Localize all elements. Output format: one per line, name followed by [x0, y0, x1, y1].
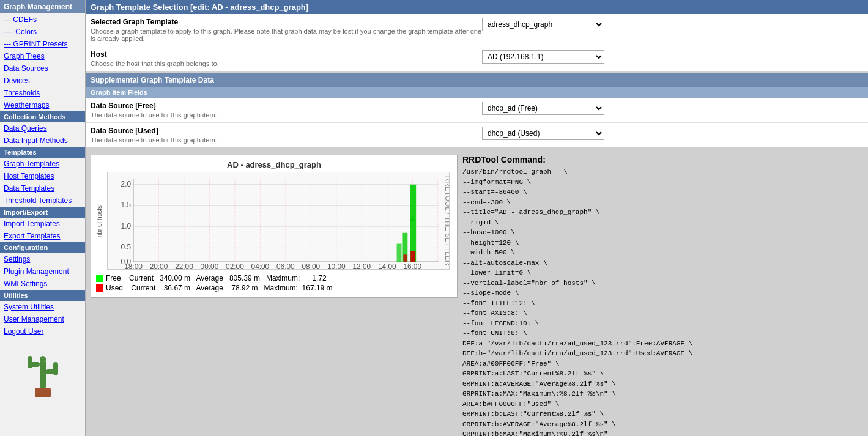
- datasource-free-control: dhcp_ad (Free): [482, 102, 863, 115]
- datasource-used-label: Data Source [Used]: [91, 127, 482, 135]
- svg-text:1.5: 1.5: [121, 201, 132, 209]
- sidebar-item-colors[interactable]: ---- Colors: [0, 26, 85, 38]
- graph-box: AD - adress_dhcp_graph nbr of hosts: [91, 155, 458, 298]
- svg-rect-5: [35, 388, 51, 397]
- legend-color-used: [96, 284, 103, 292]
- y-axis-label: nbr of hosts: [96, 205, 103, 237]
- rrdtool-command-title: RRDTool Command:: [462, 155, 863, 164]
- sidebar-item-graph-templates[interactable]: Graph Templates: [0, 158, 85, 170]
- sidebar-item-gprint-presets[interactable]: --- GPRINT Presets: [0, 38, 85, 50]
- svg-text:02:00: 02:00: [226, 262, 244, 270]
- sidebar-item-plugin-management[interactable]: Plugin Management: [0, 265, 85, 278]
- legend-row-free: Free Current 340.00 m Average 805.39 m M…: [96, 274, 452, 283]
- supplemental-title: Supplemental Graph Template Data: [86, 73, 868, 87]
- sidebar: Graph Management --- CDEFs ---- Colors -…: [0, 0, 86, 436]
- datasource-free-label-col: Data Source [Free] The data source to us…: [91, 102, 482, 119]
- host-desc: Choose the host that this graph belongs …: [91, 60, 482, 67]
- datasource-free-label: Data Source [Free]: [91, 102, 482, 110]
- host-row: Host Choose the host that this graph bel…: [86, 46, 868, 71]
- rrdtool-area: RRDTool Command: /usr/bin/rrdtool graph …: [462, 150, 868, 436]
- sidebar-item-weathermaps[interactable]: Weathermaps: [0, 99, 85, 111]
- graph-template-label-col: Selected Graph Template Choose a graph t…: [91, 18, 482, 42]
- graph-title: AD - adress_dhcp_graph: [96, 160, 452, 169]
- datasource-free-select[interactable]: dhcp_ad (Free): [482, 102, 604, 115]
- sidebar-item-data-input-methods[interactable]: Data Input Methods: [0, 135, 85, 147]
- graph-template-label: Selected Graph Template: [91, 18, 482, 26]
- host-label-col: Host Choose the host that this graph bel…: [91, 50, 482, 67]
- svg-rect-49: [410, 251, 415, 262]
- svg-text:18:00: 18:00: [124, 262, 143, 270]
- svg-rect-46: [410, 185, 416, 262]
- cactus-logo: [0, 338, 85, 407]
- svg-text:2.0: 2.0: [121, 180, 132, 188]
- svg-text:06:00: 06:00: [276, 262, 295, 270]
- graph-svg-container: 0.0 0.5 1.0 1.5 2.0: [107, 172, 450, 272]
- sidebar-section-templates: Templates: [0, 147, 85, 158]
- sidebar-item-settings[interactable]: Settings: [0, 253, 85, 265]
- svg-text:20:00: 20:00: [150, 262, 168, 270]
- svg-text:04:00: 04:00: [251, 262, 270, 270]
- legend-free-text: Free Current 340.00 m Average 805.39 m M…: [106, 274, 327, 283]
- svg-text:14:00: 14:00: [378, 262, 396, 270]
- svg-text:16:00: 16:00: [403, 262, 421, 270]
- svg-text:RRETOOL / THE SETTLER: RRETOOL / THE SETTLER: [443, 176, 450, 266]
- svg-rect-48: [397, 244, 402, 262]
- datasource-used-select[interactable]: dhcp_ad (Used): [482, 127, 604, 140]
- graph-template-control: adress_dhcp_graph: [482, 18, 863, 31]
- datasource-used-control: dhcp_ad (Used): [482, 127, 863, 140]
- page-header: Graph Template Selection [edit: AD - adr…: [86, 0, 868, 14]
- sidebar-section-configuration: Configuration: [0, 242, 85, 253]
- legend-used-text: Used Current 36.67 m Average 78.92 m Max…: [106, 284, 333, 292]
- datasource-used-label-col: Data Source [Used] The data source to us…: [91, 127, 482, 144]
- legend-color-free: [96, 275, 103, 282]
- svg-rect-2: [28, 356, 32, 368]
- datasource-free-row: Data Source [Free] The data source to us…: [86, 98, 868, 123]
- host-control: AD (192.168.1.1): [482, 50, 863, 64]
- supplemental-panel: Supplemental Graph Template Data Graph I…: [86, 73, 868, 147]
- sidebar-item-cdefs[interactable]: --- CDEFs: [0, 13, 85, 26]
- main-content: Graph Template Selection [edit: AD - adr…: [86, 0, 868, 436]
- sidebar-item-export-templates[interactable]: Export Templates: [0, 230, 85, 242]
- svg-text:08:00: 08:00: [302, 262, 321, 270]
- sidebar-item-data-templates[interactable]: Data Templates: [0, 182, 85, 194]
- sidebar-section-collection-methods: Collection Methods: [0, 111, 85, 122]
- sidebar-item-wmi-settings[interactable]: WMI Settings: [0, 278, 85, 290]
- sidebar-section-import-export: Import/Export: [0, 207, 85, 218]
- graph-template-desc: Choose a graph template to apply to this…: [91, 28, 482, 42]
- graph-template-select[interactable]: adress_dhcp_graph: [482, 18, 604, 31]
- host-select[interactable]: AD (192.168.1.1): [482, 50, 604, 64]
- rrdtool-command-text: /usr/bin/rrdtool graph - \ --imgformat=P…: [462, 167, 863, 436]
- graph-legend: Free Current 340.00 m Average 805.39 m M…: [96, 274, 452, 292]
- graph-item-fields-label: Graph Item Fields: [86, 87, 868, 98]
- sidebar-item-logout-user[interactable]: Logout User: [0, 325, 85, 338]
- sidebar-header: Graph Management: [0, 0, 85, 13]
- sidebar-item-threshold-templates[interactable]: Threshold Templates: [0, 194, 85, 207]
- sidebar-section-utilities: Utilities: [0, 290, 85, 301]
- sidebar-item-graph-trees[interactable]: Graph Trees: [0, 50, 85, 62]
- sidebar-item-import-templates[interactable]: Import Templates: [0, 218, 85, 230]
- sidebar-item-host-templates[interactable]: Host Templates: [0, 170, 85, 182]
- legend-row-used: Used Current 36.67 m Average 78.92 m Max…: [96, 284, 452, 292]
- datasource-used-row: Data Source [Used] The data source to us…: [86, 123, 868, 147]
- graph-area: AD - adress_dhcp_graph nbr of hosts: [86, 150, 462, 436]
- host-label: Host: [91, 50, 482, 59]
- sidebar-item-system-utilities[interactable]: System Utilities: [0, 301, 85, 313]
- svg-rect-4: [53, 362, 58, 375]
- svg-text:00:00: 00:00: [201, 262, 219, 270]
- datasource-free-desc: The data source to use for this graph it…: [91, 111, 482, 119]
- graph-template-row: Selected Graph Template Choose a graph t…: [86, 14, 868, 46]
- graph-template-selection-panel: Selected Graph Template Choose a graph t…: [86, 14, 868, 71]
- svg-text:12:00: 12:00: [352, 262, 371, 270]
- svg-text:1.0: 1.0: [121, 222, 132, 231]
- svg-text:22:00: 22:00: [175, 262, 193, 270]
- sidebar-item-data-sources[interactable]: Data Sources: [0, 62, 85, 75]
- datasource-used-desc: The data source to use for this graph it…: [91, 136, 482, 144]
- sidebar-item-devices[interactable]: Devices: [0, 75, 85, 87]
- sidebar-item-thresholds[interactable]: Thresholds: [0, 87, 85, 99]
- sidebar-item-data-queries[interactable]: Data Queries: [0, 122, 85, 135]
- svg-text:10:00: 10:00: [327, 262, 346, 270]
- svg-rect-50: [403, 254, 407, 262]
- lower-area: AD - adress_dhcp_graph nbr of hosts: [86, 150, 868, 436]
- sidebar-item-user-management[interactable]: User Management: [0, 313, 85, 325]
- svg-text:0.5: 0.5: [121, 243, 132, 251]
